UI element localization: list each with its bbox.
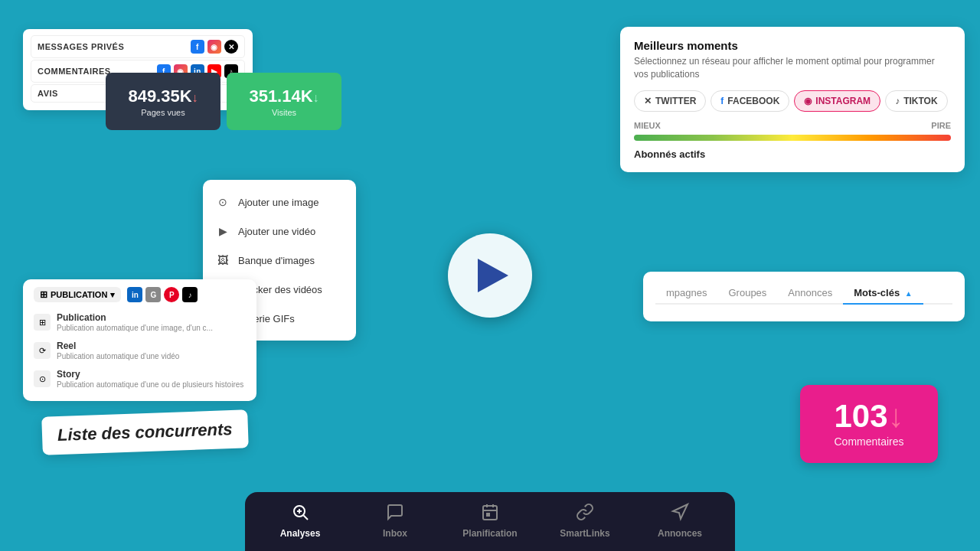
svg-line-1 [304,516,309,520]
nav-planification[interactable]: Planification [452,503,528,539]
twitter-x-icon: ✕ [644,96,652,106]
messages-icons: f ◉ ✕ [191,40,238,54]
moments-scale: MIEUX PIRE [634,121,951,130]
moments-scale-right: PIRE [931,121,951,130]
analyses-icon [291,503,309,524]
instagram-tab-icon: ◉ [804,96,812,106]
moments-title: Meilleurs moments [634,39,951,52]
analyses-label: Analyses [280,528,321,539]
facebook-tab-icon: f [720,96,724,106]
li-icon: in [127,287,142,302]
moments-abonnes: Abonnés actifs [634,148,951,160]
pub-reel-item[interactable]: ⟳ Reel Publication automatique d'une vid… [34,337,246,365]
nav-annonces[interactable]: Annonces [642,503,718,539]
inbox-label: Inbox [383,528,407,539]
tt-icon: ♪ [182,287,198,302]
pages-vues-label: Pages vues [141,108,185,117]
twitter-tab[interactable]: ✕ TWITTER [634,90,706,112]
pub-story-desc: Publication automatique d'une ou de plus… [57,380,243,390]
annonces-tab[interactable]: Annonces [777,282,843,305]
visites-label: Visites [272,108,296,117]
annonces-label: Annonces [658,528,702,539]
moments-tabs: ✕ TWITTER f FACEBOOK ◉ INSTAGRAM ♪ TIKTO… [634,90,951,112]
pub-header: ⊞ PUBLICATION ▾ in G P ♪ [34,287,246,302]
competitors-list-text: Liste des concurrents [57,419,233,445]
annonces-icon [671,503,689,524]
competitors-list-card: Liste des concurrents [41,409,248,455]
pub-story-title: Story [57,369,243,380]
facebook-tab[interactable]: f FACEBOOK [710,90,789,112]
campagnes-tab[interactable]: mpagnes [655,282,717,305]
image-bank-icon: 🖼 [215,253,230,268]
tabs-nav: mpagnes Groupes Annonces Mots-clés [655,282,952,305]
groupes-tab[interactable]: Groupes [717,282,777,305]
bottom-nav: Analyses Inbox Planification SmartLinks [245,492,735,551]
publication-card: ⊞ PUBLICATION ▾ in G P ♪ ⊞ Publication P… [23,279,256,401]
planification-label: Planification [462,528,517,539]
pub-reel-desc: Publication automatique d'une vidéo [57,351,179,361]
moments-bar [634,135,951,141]
add-video-item[interactable]: ▶ Ajouter une vidéo [203,217,356,246]
pub-badge-label: PUBLICATION [51,290,107,299]
nav-analyses[interactable]: Analyses [262,503,338,539]
video-icon: ▶ [215,223,230,239]
inbox-icon [386,503,404,524]
messages-prives-label: MESSAGES PRIVÉS [38,42,124,51]
smartlinks-label: SmartLinks [560,528,609,539]
pub-reel-title: Reel [57,341,179,351]
pub-reel-icon: ⟳ [34,342,51,359]
play-button[interactable] [448,233,532,318]
twitter-icon: ✕ [224,40,238,54]
add-video-label: Ajouter une vidéo [238,226,315,237]
pub-publication-icon: ⊞ [34,314,51,331]
tiktok-tab-icon: ♪ [895,96,900,106]
nav-smartlinks[interactable]: SmartLinks [547,503,623,539]
stats-cards: 849.35K↓ Pages vues 351.14K↓ Visites [106,73,341,130]
add-image-label: Ajouter une image [238,197,319,208]
tiktok-tab[interactable]: ♪ TIKTOK [885,90,947,112]
planification-icon [481,503,499,524]
instagram-icon: ◉ [207,40,221,54]
tabs-card: mpagnes Groupes Annonces Mots-clés [643,272,965,321]
commentaires-label: COMMENTAIRES [38,67,111,76]
pages-vues-value: 849.35K↓ [128,86,198,106]
pub-badge[interactable]: ⊞ PUBLICATION ▾ [34,287,121,302]
visites-value: 351.14K↓ [249,86,318,106]
pinterest-icon: P [164,287,179,302]
add-image-item[interactable]: ⊙ Ajouter une image [203,187,356,217]
pages-vues-card: 849.35K↓ Pages vues [106,73,220,130]
image-bank-item[interactable]: 🖼 Banque d'images [203,246,356,275]
pub-publication-item[interactable]: ⊞ Publication Publication automatique d'… [34,308,246,337]
visites-card: 351.14K↓ Visites [227,73,341,130]
image-icon: ⊙ [215,194,230,210]
comments-arrow: ↓ [888,398,904,434]
comments-label: Commentaires [818,435,920,448]
pub-publication-desc: Publication automatique d'une image, d'u… [57,323,213,333]
pub-social-icons: in G P ♪ [127,287,198,302]
avis-label: AVIS [38,89,58,98]
pub-story-item[interactable]: ⊙ Story Publication automatique d'une ou… [34,365,246,393]
messages-prives-row[interactable]: MESSAGES PRIVÉS f ◉ ✕ [31,35,245,58]
smartlinks-icon [576,503,594,524]
moments-scale-left: MIEUX [634,121,661,130]
facebook-icon: f [191,40,204,54]
image-bank-label: Banque d'images [238,255,315,266]
pub-story-icon: ⊙ [34,370,51,387]
svg-marker-9 [673,504,688,519]
comments-number: 103↓ [818,400,920,432]
comments-card: 103↓ Commentaires [800,385,938,463]
moments-card: Meilleurs moments Sélectionnez un réseau… [620,27,965,172]
moments-desc: Sélectionnez un réseau pour afficher le … [634,55,951,81]
pub-publication-title: Publication [57,312,213,323]
nav-inbox[interactable]: Inbox [357,503,433,539]
instagram-tab[interactable]: ◉ INSTAGRAM [794,90,880,112]
g-icon: G [145,287,161,302]
mots-cles-tab[interactable]: Mots-clés [843,282,923,305]
svg-rect-8 [487,514,489,516]
